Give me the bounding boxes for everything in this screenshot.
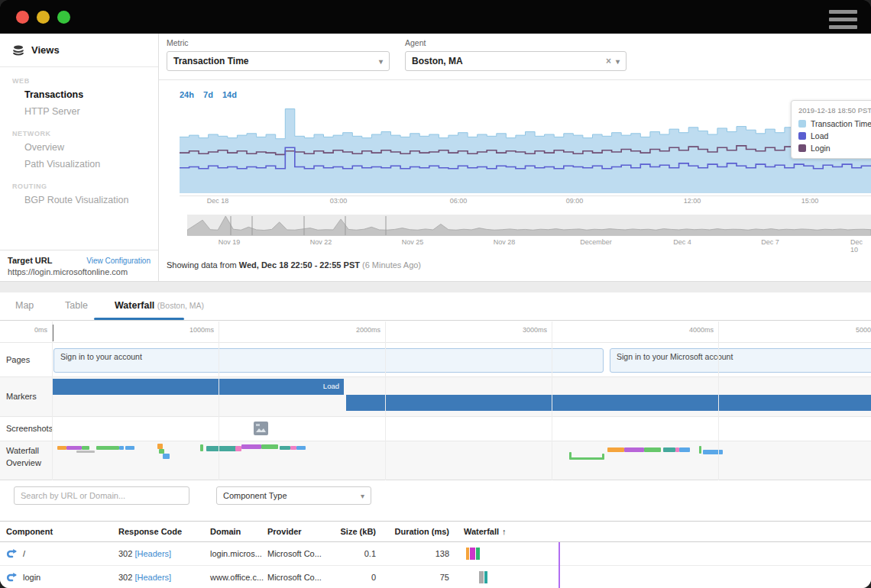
row-label-markers: Markers	[6, 392, 37, 401]
overview-waterfall-segment	[241, 444, 261, 449]
col-provider[interactable]: Provider	[267, 527, 302, 536]
col-size[interactable]: Size (kB)	[330, 527, 376, 536]
cell-duration: 75	[382, 573, 449, 582]
timerange-7d[interactable]: 7d	[203, 90, 213, 99]
app-window: Views WEB Transactions HTTP Server NETWO…	[0, 0, 871, 588]
timeline-overview-chart[interactable]	[187, 215, 871, 236]
marker-bar-2[interactable]	[346, 395, 871, 411]
page-marker-sign-in[interactable]: Sign in to your account	[53, 348, 604, 373]
close-window-button[interactable]	[16, 11, 29, 24]
window-titlebar	[0, 0, 871, 34]
page-load-marker-line	[559, 542, 560, 588]
cell-provider: Microsoft Co...	[267, 549, 322, 558]
clear-agent-icon[interactable]: ×	[606, 56, 611, 66]
chevron-down-icon: ▾	[616, 57, 620, 66]
waterfall-segment	[470, 548, 475, 560]
x-axis-label: December	[580, 238, 612, 246]
col-response-code[interactable]: Response Code	[118, 527, 182, 536]
x-axis-label: 06:00	[450, 197, 468, 205]
x-axis-label: 15:00	[801, 197, 819, 205]
waterfall-tick-label: 4000ms	[689, 326, 714, 334]
row-label-screenshots: Screenshots	[6, 424, 53, 433]
cell-component: login	[23, 573, 40, 582]
maximize-window-button[interactable]	[57, 11, 70, 24]
view-configuration-link[interactable]: View Configuration	[86, 257, 151, 265]
overview-waterfall-segment	[235, 446, 241, 451]
table-row[interactable]: / 302 [Headers] login.micros... Microsof…	[0, 542, 871, 566]
overview-waterfall-segment	[644, 447, 661, 452]
sort-ascending-icon: ↑	[502, 527, 507, 536]
headers-link[interactable]: [Headers]	[134, 549, 171, 558]
overview-waterfall-segment	[96, 446, 119, 450]
sidebar-item-http-server[interactable]: HTTP Server	[0, 103, 158, 120]
hamburger-menu-icon[interactable]	[829, 10, 857, 29]
active-tab-underline	[94, 318, 184, 320]
table-header: Component Response Code Domain Provider …	[0, 521, 871, 542]
waterfall-mini-bar[interactable]	[479, 571, 487, 583]
row-label-waterfall: Waterfall	[6, 446, 39, 455]
target-url-value: https://login.microsoftonline.com	[8, 267, 151, 276]
tab-waterfall[interactable]: Waterfall (Boston, MA)	[115, 300, 204, 311]
agent-dropdown[interactable]: Boston, MA × ▾	[405, 51, 627, 71]
sidebar-item-transactions[interactable]: Transactions	[0, 86, 158, 103]
views-stack-icon	[12, 44, 24, 57]
page-marker-sign-in-microsoft[interactable]: Sign in to your Microsoft account	[610, 348, 871, 373]
waterfall-row-pages: Pages Sign in to your account Sign in to…	[0, 342, 871, 377]
overview-waterfall-segment	[82, 446, 89, 450]
table-row[interactable]: login 302 [Headers] www.office.c... Micr…	[0, 566, 871, 588]
x-axis-label: Nov 28	[494, 238, 516, 246]
overview-waterfall-segment	[290, 446, 296, 450]
waterfall-mini-bar[interactable]	[466, 548, 480, 560]
agent-label: Agent	[405, 38, 627, 47]
col-waterfall[interactable]: Waterfall↑	[464, 527, 507, 536]
timerange-14d[interactable]: 14d	[222, 90, 237, 99]
main-chart-x-axis: Dec 1803:0006:0009:0012:0015:00	[0, 197, 871, 206]
legend-swatch-load	[798, 132, 806, 140]
nav-section-routing: ROUTING	[12, 183, 158, 190]
nav-section-web: WEB	[12, 77, 158, 85]
col-component[interactable]: Component	[6, 527, 53, 536]
search-input[interactable]	[14, 486, 189, 505]
waterfall-segment	[484, 571, 487, 583]
transaction-time-chart[interactable]	[180, 103, 871, 195]
component-type-value: Component Type	[223, 491, 356, 500]
legend-label-transaction-time: Transaction Time	[811, 119, 871, 128]
waterfall-segment	[479, 571, 484, 583]
overview-waterfall-segment	[699, 446, 701, 454]
waterfall-tick-label: 2000ms	[356, 326, 380, 334]
waterfall-tick-label: 3000ms	[523, 326, 547, 334]
cell-size: 0.1	[330, 549, 376, 558]
waterfall-row-markers: Markers Load	[0, 377, 871, 417]
overview-waterfall-segment	[125, 446, 134, 450]
sidebar-item-path-visualization[interactable]: Path Visualization	[0, 156, 158, 173]
col-duration[interactable]: Duration (ms)	[382, 527, 449, 536]
x-axis-label: 09:00	[566, 197, 584, 205]
minimize-window-button[interactable]	[37, 11, 50, 24]
x-axis-line	[180, 195, 871, 196]
cell-size: 0	[330, 573, 376, 582]
col-domain[interactable]: Domain	[210, 527, 241, 536]
cell-domain: www.office.c...	[210, 573, 264, 582]
x-axis-label: Dec 10	[850, 238, 864, 254]
legend-label-login: Login	[811, 144, 831, 153]
overview-waterfall-segment	[261, 444, 278, 449]
load-marker-bar[interactable]: Load	[52, 379, 344, 395]
x-axis-label: Dec 4	[673, 238, 691, 246]
views-header: Views	[0, 34, 158, 67]
waterfall-tick-label: 0ms	[34, 326, 47, 334]
cell-component: /	[23, 549, 25, 558]
screenshot-thumbnail-icon[interactable]	[254, 422, 268, 435]
tab-table[interactable]: Table	[65, 300, 88, 311]
x-axis-label: Nov 25	[402, 238, 424, 246]
headers-link[interactable]: [Headers]	[134, 573, 171, 582]
tab-waterfall-agent: (Boston, MA)	[157, 301, 204, 310]
metric-dropdown[interactable]: Transaction Time ▾	[167, 51, 390, 71]
cell-domain: login.micros...	[210, 549, 262, 558]
app-content: Views WEB Transactions HTTP Server NETWO…	[0, 34, 871, 588]
overview-waterfall-segment	[66, 446, 82, 450]
tab-map[interactable]: Map	[15, 300, 34, 311]
waterfall-gridline	[552, 321, 552, 480]
component-type-dropdown[interactable]: Component Type ▾	[216, 486, 371, 505]
sidebar-item-overview[interactable]: Overview	[0, 139, 158, 156]
timerange-24h[interactable]: 24h	[180, 90, 194, 99]
